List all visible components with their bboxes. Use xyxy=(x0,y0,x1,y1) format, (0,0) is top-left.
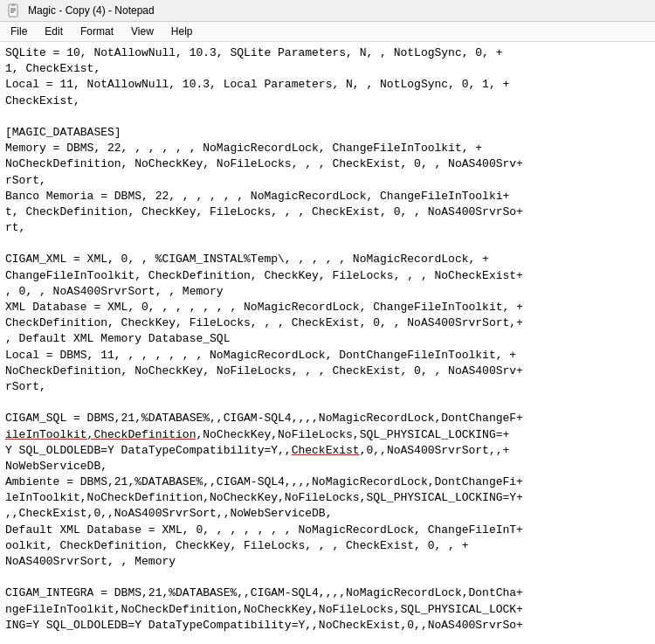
highlight-checkexist: CheckExist xyxy=(292,444,360,457)
highlight-ileintoolkit: ileInToolkit,CheckDefinition xyxy=(5,428,196,441)
title-bar: Magic - Copy (4) - Notepad xyxy=(0,0,655,22)
menu-file[interactable]: File xyxy=(3,24,34,39)
title-text: Magic - Copy (4) - Notepad xyxy=(28,4,648,17)
menu-help[interactable]: Help xyxy=(164,24,200,39)
menu-view[interactable]: View xyxy=(124,24,161,39)
svg-rect-1 xyxy=(11,3,15,6)
menu-bar: File Edit Format View Help xyxy=(0,22,655,42)
editor-area[interactable]: SQLite = 10, NotAllowNull, 10.3, SQLite … xyxy=(0,42,655,641)
notepad-icon xyxy=(7,3,21,17)
menu-edit[interactable]: Edit xyxy=(38,24,70,39)
menu-format[interactable]: Format xyxy=(73,24,121,39)
